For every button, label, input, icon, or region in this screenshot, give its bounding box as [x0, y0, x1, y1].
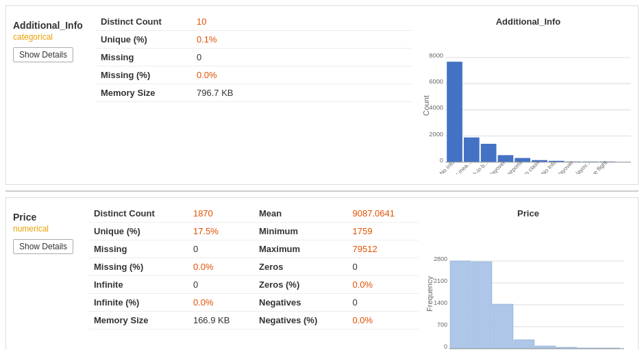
- stat-label: Memory Size: [88, 312, 188, 329]
- left-panel-additional-info: Additional_Info categorical Show Details: [6, 13, 88, 62]
- stats-right-price: Mean9087.0641Minimum1759Maximum79512Zero…: [253, 205, 419, 329]
- stat-value: 0.0%: [347, 312, 419, 329]
- hist-bar-1: [471, 262, 492, 349]
- field-name-price: Price: [13, 212, 36, 223]
- stat-value: 0.0%: [347, 276, 419, 294]
- svg-text:8000: 8000: [429, 52, 443, 59]
- stat-value: 1870: [188, 205, 253, 223]
- chart-area-additional-info: Additional_Info Count 0 2000 4000 6000 8…: [419, 13, 638, 177]
- stat-value: 0.0%: [188, 294, 253, 312]
- section-price: Price numerical Show Details Distinct Co…: [5, 197, 639, 350]
- bar-no-info: [447, 62, 462, 162]
- stat-label: Distinct Count: [88, 205, 188, 223]
- svg-text:Frequency: Frequency: [425, 276, 434, 312]
- bar-chart-additional-info: Count 0 2000 4000 6000 8000: [422, 30, 634, 174]
- stats-row: Memory Size796.7 KB: [95, 84, 412, 102]
- section-additional-info: Additional_Info categorical Show Details…: [5, 5, 639, 185]
- stat-value: 796.7 KB: [191, 84, 412, 102]
- svg-text:2000: 2000: [429, 131, 443, 138]
- svg-text:0: 0: [444, 343, 447, 350]
- svg-text:0: 0: [440, 157, 443, 164]
- stat-label: Negatives (%): [253, 312, 347, 329]
- stats-left-price: Distinct Count1870Unique (%)17.5%Missing…: [88, 205, 253, 329]
- svg-text:1400: 1400: [434, 299, 447, 306]
- hist-bar-0: [450, 261, 471, 349]
- stat-label: Zeros: [253, 258, 347, 276]
- stats-tables-price: Distinct Count1870Unique (%)17.5%Missing…: [88, 205, 419, 329]
- stats-row: Minimum1759: [253, 223, 419, 240]
- stat-label: Memory Size: [95, 84, 191, 102]
- stat-label: Mean: [253, 205, 347, 223]
- stats-table-additional-info: Distinct Count10Unique (%)0.1%Missing0Mi…: [88, 13, 419, 102]
- stat-value: 0: [188, 240, 253, 258]
- stat-label: Minimum: [253, 223, 347, 240]
- stat-value: 10: [191, 13, 412, 31]
- svg-text:2800: 2800: [434, 255, 447, 262]
- stat-value: 0.0%: [191, 66, 412, 84]
- stats-row: Memory Size166.9 KB: [88, 312, 253, 329]
- chart-title-additional-info: Additional_Info: [422, 16, 634, 27]
- stat-label: Missing: [88, 240, 188, 258]
- stat-value: 1759: [347, 223, 419, 240]
- stat-value: 79512: [347, 240, 419, 258]
- stats-row: Negatives0: [253, 294, 419, 312]
- stat-value: 0: [347, 258, 419, 276]
- stat-label: Infinite: [88, 276, 188, 294]
- stats-row: Mean9087.0641: [253, 205, 419, 223]
- stat-value: 0: [188, 276, 253, 294]
- histogram-price: Frequency 0 700 1400 2100 2800: [422, 222, 634, 350]
- stat-label: Infinite (%): [88, 294, 188, 312]
- stats-row: Zeros (%)0.0%: [253, 276, 419, 294]
- field-type-price: numerical: [13, 224, 49, 234]
- svg-text:4000: 4000: [429, 104, 443, 111]
- stats-row: Missing (%)0.0%: [88, 258, 253, 276]
- field-name-additional-info: Additional_Info: [13, 20, 83, 31]
- show-details-button-price[interactable]: Show Details: [13, 239, 73, 254]
- chart-container-price: Frequency 0 700 1400 2100 2800: [422, 222, 634, 350]
- stats-row: Distinct Count1870: [88, 205, 253, 223]
- stat-label: Missing: [95, 49, 191, 66]
- hist-bar-4: [535, 346, 556, 349]
- stats-row: Unique (%)17.5%: [88, 223, 253, 240]
- stats-row: Unique (%)0.1%: [95, 31, 412, 49]
- hist-bar-2: [493, 304, 513, 349]
- stats-row: Missing0: [88, 240, 253, 258]
- stats-row: Maximum79512: [253, 240, 419, 258]
- stats-row: Missing (%)0.0%: [95, 66, 412, 84]
- stats-row: Zeros0: [253, 258, 419, 276]
- chart-container-additional-info: Count 0 2000 4000 6000 8000: [422, 30, 634, 174]
- stat-label: Unique (%): [88, 223, 188, 240]
- stat-value: 0: [347, 294, 419, 312]
- stat-value: 0: [191, 49, 412, 66]
- stats-row: Distinct Count10: [95, 13, 412, 31]
- stats-row: Infinite0: [88, 276, 253, 294]
- stat-value: 166.9 KB: [188, 312, 253, 329]
- stats-row: Missing0: [95, 49, 412, 66]
- stat-label: Missing (%): [88, 258, 188, 276]
- left-panel-price: Price numerical Show Details: [6, 205, 88, 254]
- chart-title-price: Price: [422, 208, 634, 218]
- bar-inflight: [464, 138, 480, 162]
- svg-text:2100: 2100: [434, 277, 447, 284]
- stat-label: Zeros (%): [253, 276, 347, 294]
- stat-label: Missing (%): [95, 66, 191, 84]
- hist-bar-3: [514, 340, 534, 349]
- field-type-additional-info: categorical: [13, 32, 53, 42]
- svg-text:6000: 6000: [429, 78, 443, 85]
- stat-value: 0.1%: [191, 31, 412, 49]
- svg-text:700: 700: [437, 321, 447, 328]
- show-details-button-additional-info[interactable]: Show Details: [13, 47, 73, 62]
- stat-label: Maximum: [253, 240, 347, 258]
- bar-nocheckin: [481, 144, 497, 162]
- chart-area-price: Price Frequency 0 700 1400 2100 2800: [419, 205, 638, 350]
- stats-row: Infinite (%)0.0%: [88, 294, 253, 312]
- stat-value: 0.0%: [188, 258, 253, 276]
- section-divider: [5, 190, 639, 192]
- stat-value: 9087.0641: [347, 205, 419, 223]
- stat-value: 17.5%: [188, 223, 253, 240]
- stat-label: Unique (%): [95, 31, 191, 49]
- stat-label: Distinct Count: [95, 13, 191, 31]
- stats-row: Negatives (%)0.0%: [253, 312, 419, 329]
- stat-label: Negatives: [253, 294, 347, 312]
